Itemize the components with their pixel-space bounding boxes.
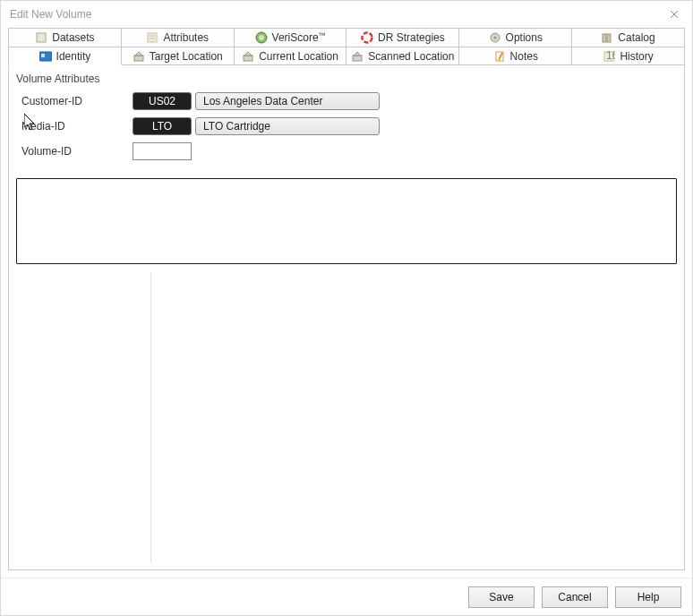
titlebar: Edit New Volume <box>1 1 692 28</box>
svg-rect-12 <box>41 54 45 57</box>
svg-marker-18 <box>354 52 361 56</box>
svg-marker-16 <box>244 52 252 56</box>
tab-datasets[interactable]: Datasets <box>8 28 122 47</box>
tab-catalog[interactable]: Catalog <box>571 28 685 47</box>
volume-id-input[interactable] <box>133 142 192 160</box>
media-id-desc[interactable]: LTO Cartridge <box>195 117 380 135</box>
datasets-icon <box>35 31 47 44</box>
svg-rect-1 <box>148 33 157 42</box>
dr-icon <box>361 31 373 44</box>
tab-label: Current Location <box>259 50 338 63</box>
tab-attributes[interactable]: Attributes <box>121 28 235 47</box>
current-icon <box>242 50 254 63</box>
tab-notes[interactable]: Notes <box>458 47 572 65</box>
svg-rect-9 <box>603 34 606 42</box>
row-volume-id: Volume-ID <box>16 141 677 162</box>
volume-id-label: Volume-ID <box>16 145 133 158</box>
identity-icon <box>39 50 52 63</box>
tab-dr-strategies[interactable]: DR Strategies <box>346 28 459 47</box>
svg-rect-13 <box>134 56 143 61</box>
tab-label: Scanned Location <box>368 50 454 63</box>
tab-label: VeriScore™ <box>272 31 326 44</box>
customer-id-desc[interactable]: Los Angeles Data Center <box>195 92 380 110</box>
tab-label: Attributes <box>163 31 209 44</box>
svg-rect-17 <box>353 56 362 61</box>
svg-text:16: 16 <box>606 50 615 62</box>
svg-rect-15 <box>244 56 252 61</box>
help-button[interactable]: Help <box>615 586 681 608</box>
target-icon <box>133 50 145 63</box>
media-id-label: Media-ID <box>16 120 133 133</box>
tab-label: History <box>620 50 653 63</box>
tab-options[interactable]: Options <box>458 28 572 47</box>
catalog-icon <box>601 31 613 44</box>
tab-identity[interactable]: Identity <box>8 47 122 65</box>
tab-row-sections: Identity Target Location Current Locatio… <box>8 47 685 65</box>
tab-content: Volume Attributes Customer-ID US02 Los A… <box>8 65 685 570</box>
svg-point-8 <box>493 37 496 39</box>
media-id-code[interactable]: LTO <box>133 117 192 135</box>
svg-rect-0 <box>37 33 46 42</box>
close-icon <box>670 10 679 19</box>
tab-label: Options <box>506 31 543 44</box>
lower-left-pane <box>16 273 150 562</box>
customer-id-label: Customer-ID <box>16 95 133 107</box>
veriscore-icon <box>255 31 268 44</box>
window: Edit New Volume Datasets Attributes Veri… <box>0 0 693 616</box>
tab-label: Target Location <box>150 50 223 63</box>
description-box[interactable] <box>16 178 677 264</box>
tab-veriscore[interactable]: VeriScore™ <box>234 28 347 47</box>
attributes-icon <box>146 31 158 44</box>
svg-rect-10 <box>607 34 611 42</box>
footer: Save Cancel Help <box>1 578 692 615</box>
tab-label: DR Strategies <box>378 31 445 44</box>
tab-history[interactable]: 16 History <box>571 47 685 65</box>
tab-label: Identity <box>56 50 91 63</box>
row-media-id: Media-ID LTO LTO Cartridge <box>16 116 677 137</box>
history-icon: 16 <box>603 50 615 63</box>
cancel-button[interactable]: Cancel <box>542 586 608 608</box>
save-button-label: Save <box>489 591 513 603</box>
group-title: Volume Attributes <box>16 73 677 85</box>
options-icon <box>489 31 501 44</box>
tab-label: Datasets <box>52 31 94 44</box>
tab-target-location[interactable]: Target Location <box>121 47 235 65</box>
tab-label: Notes <box>510 50 538 63</box>
tab-scanned-location[interactable]: Scanned Location <box>346 47 459 65</box>
svg-point-5 <box>259 35 264 40</box>
tab-row-categories: Datasets Attributes VeriScore™ DR Strate… <box>8 28 685 47</box>
help-button-label: Help <box>637 591 660 603</box>
lower-right-pane <box>151 273 677 562</box>
tab-current-location[interactable]: Current Location <box>234 47 347 65</box>
row-customer-id: Customer-ID US02 Los Angeles Data Center <box>16 90 677 112</box>
customer-id-code[interactable]: US02 <box>133 92 192 110</box>
save-button[interactable]: Save <box>468 586 535 608</box>
close-button[interactable] <box>656 1 692 28</box>
svg-marker-14 <box>135 52 142 56</box>
notes-icon <box>493 50 506 63</box>
cancel-button-label: Cancel <box>558 591 591 603</box>
lower-pane <box>16 273 677 562</box>
window-title: Edit New Volume <box>10 8 683 21</box>
scanned-icon <box>351 50 364 63</box>
svg-point-6 <box>363 33 372 43</box>
tab-label: Catalog <box>618 31 654 44</box>
